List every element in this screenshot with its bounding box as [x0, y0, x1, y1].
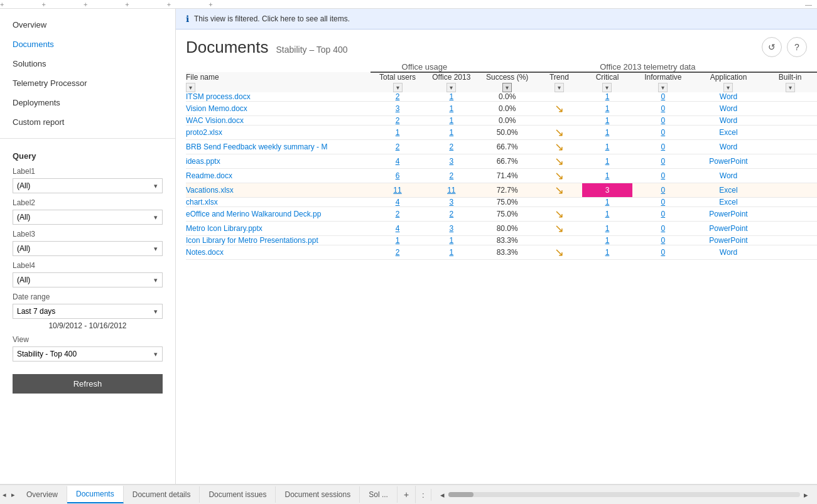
view-select[interactable]: Stability - Top 400 — [13, 346, 163, 362]
filter-application-btn[interactable]: ▾ — [723, 83, 733, 92]
cell-filename[interactable]: ITSM process.docx — [186, 92, 371, 102]
tab-document-sessions[interactable]: Document sessions — [276, 486, 360, 503]
cell-application[interactable]: PowerPoint — [694, 154, 763, 169]
top-add-4[interactable]: + — [125, 1, 129, 8]
nav-prev-arrow[interactable]: ◂ — [0, 490, 9, 500]
sidebar-item-documents[interactable]: Documents — [13, 35, 163, 54]
cell-filename[interactable]: eOffice and Merino Walkaround Deck.pp — [186, 207, 371, 222]
cell-filename[interactable]: WAC Vision.docx — [186, 116, 371, 126]
nav-next-arrow[interactable]: ▸ — [9, 490, 18, 500]
cell-office-2013[interactable]: 1 — [425, 126, 479, 140]
cell-office-2013[interactable]: 2 — [425, 169, 479, 183]
cell-application[interactable]: Excel — [694, 126, 763, 140]
tab-overview[interactable]: Overview — [18, 486, 67, 503]
tab-documents[interactable]: Documents — [67, 486, 124, 503]
filter-trend-btn[interactable]: ▾ — [555, 83, 564, 92]
refresh-button[interactable]: Refresh — [13, 374, 163, 394]
cell-total-users[interactable]: 2 — [371, 116, 425, 126]
cell-informative[interactable]: 0 — [632, 102, 694, 116]
cell-application[interactable]: Excel — [694, 198, 763, 207]
sidebar-item-custom[interactable]: Custom report — [13, 112, 163, 132]
cell-application[interactable]: Word — [694, 102, 763, 116]
top-minimize[interactable]: — — [805, 1, 812, 8]
cell-critical[interactable]: 1 — [582, 126, 632, 140]
cell-informative[interactable]: 0 — [632, 154, 694, 169]
date-range-select[interactable]: Last 7 days — [13, 304, 163, 319]
info-bar[interactable]: ℹ This view is filtered. Click here to s… — [176, 9, 817, 29]
cell-office-2013[interactable]: 3 — [425, 154, 479, 169]
cell-critical[interactable]: 1 — [582, 92, 632, 102]
cell-application[interactable]: PowerPoint — [694, 236, 763, 245]
filter-filename-btn[interactable]: ▾ — [186, 83, 195, 92]
cell-total-users[interactable]: 1 — [371, 236, 425, 245]
cell-total-users[interactable]: 6 — [371, 169, 425, 183]
cell-office-2013[interactable]: 1 — [425, 116, 479, 126]
cell-office-2013[interactable]: 1 — [425, 245, 479, 260]
top-add-1[interactable]: + — [0, 1, 4, 8]
cell-total-users[interactable]: 4 — [371, 222, 425, 236]
top-add-3[interactable]: + — [84, 1, 87, 8]
filter-informative-btn[interactable]: ▾ — [658, 83, 668, 92]
sidebar-item-telemetry[interactable]: Telemetry Processor — [13, 73, 163, 93]
filter-success-btn[interactable]: ▾ — [502, 83, 512, 92]
cell-critical[interactable]: 1 — [582, 207, 632, 222]
cell-total-users[interactable]: 2 — [371, 140, 425, 154]
cell-application[interactable]: Excel — [694, 183, 763, 198]
cell-critical[interactable]: 1 — [582, 169, 632, 183]
top-add-6[interactable]: + — [208, 1, 212, 8]
cell-office-2013[interactable]: 3 — [425, 198, 479, 207]
cell-critical[interactable]: 1 — [582, 116, 632, 126]
cell-total-users[interactable]: 2 — [371, 207, 425, 222]
label4-select[interactable]: (All) — [13, 272, 163, 287]
help-icon-button[interactable]: ? — [787, 37, 807, 57]
cell-office-2013[interactable]: 2 — [425, 207, 479, 222]
sidebar-item-solutions[interactable]: Solutions — [13, 54, 163, 73]
cell-application[interactable]: Word — [694, 92, 763, 102]
cell-critical[interactable]: 1 — [582, 222, 632, 236]
cell-total-users[interactable]: 3 — [371, 102, 425, 116]
sidebar-item-deployments[interactable]: Deployments — [13, 93, 163, 112]
add-tab-button[interactable]: + — [398, 486, 416, 503]
filter-office-2013-btn[interactable]: ▾ — [446, 83, 456, 92]
cell-critical[interactable]: 1 — [582, 198, 632, 207]
cell-office-2013[interactable]: 2 — [425, 140, 479, 154]
cell-total-users[interactable]: 4 — [371, 154, 425, 169]
cell-critical[interactable]: 1 — [582, 245, 632, 260]
scroll-left-arrow[interactable]: ◂ — [436, 489, 448, 501]
cell-application[interactable]: Word — [694, 116, 763, 126]
tab-document-issues[interactable]: Document issues — [200, 486, 276, 503]
cell-filename[interactable]: proto2.xlsx — [186, 126, 371, 140]
cell-informative[interactable]: 0 — [632, 207, 694, 222]
top-add-5[interactable]: + — [167, 1, 171, 8]
cell-total-users[interactable]: 4 — [371, 198, 425, 207]
cell-informative[interactable]: 0 — [632, 92, 694, 102]
cell-total-users[interactable]: 2 — [371, 245, 425, 260]
cell-filename[interactable]: Vacations.xlsx — [186, 183, 371, 198]
cell-informative[interactable]: 0 — [632, 126, 694, 140]
cell-application[interactable]: Word — [694, 245, 763, 260]
cell-filename[interactable]: BRB Send Feedback weekly summary - M — [186, 140, 371, 154]
cell-filename[interactable]: Vision Memo.docx — [186, 102, 371, 116]
cell-office-2013[interactable]: 1 — [425, 236, 479, 245]
cell-informative[interactable]: 0 — [632, 222, 694, 236]
cell-filename[interactable]: ideas.pptx — [186, 154, 371, 169]
cell-application[interactable]: Word — [694, 169, 763, 183]
cell-total-users[interactable]: 1 — [371, 126, 425, 140]
filter-built-in-btn[interactable]: ▾ — [786, 83, 795, 92]
cell-informative[interactable]: 0 — [632, 169, 694, 183]
cell-critical[interactable]: 1 — [582, 140, 632, 154]
cell-office-2013[interactable]: 3 — [425, 222, 479, 236]
cell-informative[interactable]: 0 — [632, 116, 694, 126]
top-add-2[interactable]: + — [41, 1, 45, 8]
cell-informative[interactable]: 0 — [632, 236, 694, 245]
cell-filename[interactable]: chart.xlsx — [186, 198, 371, 207]
sidebar-item-overview[interactable]: Overview — [13, 15, 163, 35]
cell-total-users[interactable]: 2 — [371, 92, 425, 102]
cell-application[interactable]: PowerPoint — [694, 222, 763, 236]
label3-select[interactable]: (All) — [13, 241, 163, 256]
cell-informative[interactable]: 0 — [632, 245, 694, 260]
cell-filename[interactable]: Notes.docx — [186, 245, 371, 260]
filter-total-users-btn[interactable]: ▾ — [393, 83, 403, 92]
cell-office-2013[interactable]: 1 — [425, 102, 479, 116]
tab-sol[interactable]: Sol ... — [360, 486, 398, 503]
